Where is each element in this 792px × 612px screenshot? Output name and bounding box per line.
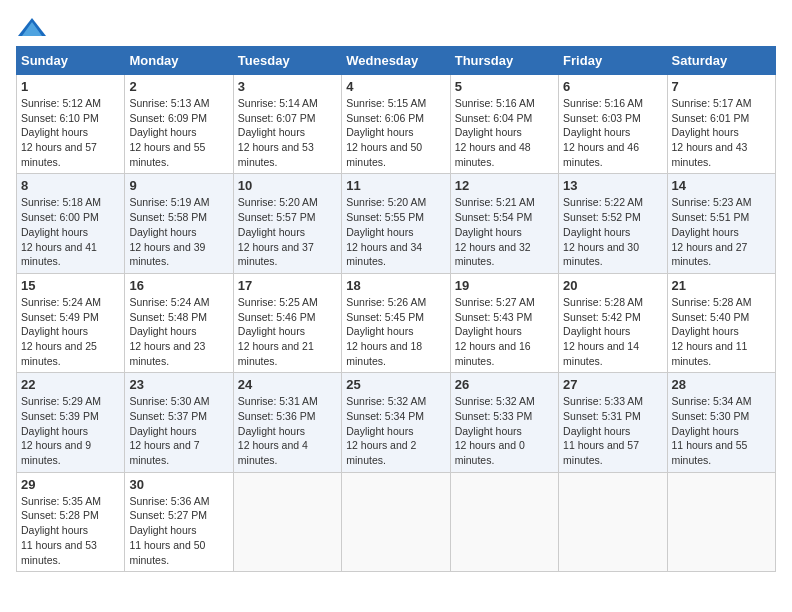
calendar-cell: 26Sunrise: 5:32 AMSunset: 5:33 PMDayligh… [450, 373, 558, 472]
day-number: 7 [672, 79, 771, 94]
calendar-cell: 21Sunrise: 5:28 AMSunset: 5:40 PMDayligh… [667, 273, 775, 372]
day-number: 8 [21, 178, 120, 193]
day-number: 25 [346, 377, 445, 392]
calendar-header-wednesday: Wednesday [342, 47, 450, 75]
calendar-cell: 7Sunrise: 5:17 AMSunset: 6:01 PMDaylight… [667, 75, 775, 174]
day-info: Sunrise: 5:24 AMSunset: 5:49 PMDaylight … [21, 295, 120, 368]
calendar-cell: 5Sunrise: 5:16 AMSunset: 6:04 PMDaylight… [450, 75, 558, 174]
calendar-cell: 29Sunrise: 5:35 AMSunset: 5:28 PMDayligh… [17, 472, 125, 571]
day-number: 2 [129, 79, 228, 94]
day-number: 30 [129, 477, 228, 492]
calendar-cell: 14Sunrise: 5:23 AMSunset: 5:51 PMDayligh… [667, 174, 775, 273]
day-info: Sunrise: 5:20 AMSunset: 5:55 PMDaylight … [346, 195, 445, 268]
calendar-cell: 23Sunrise: 5:30 AMSunset: 5:37 PMDayligh… [125, 373, 233, 472]
day-info: Sunrise: 5:28 AMSunset: 5:42 PMDaylight … [563, 295, 662, 368]
day-number: 22 [21, 377, 120, 392]
calendar-cell: 4Sunrise: 5:15 AMSunset: 6:06 PMDaylight… [342, 75, 450, 174]
calendar-week-row: 1Sunrise: 5:12 AMSunset: 6:10 PMDaylight… [17, 75, 776, 174]
calendar-cell: 25Sunrise: 5:32 AMSunset: 5:34 PMDayligh… [342, 373, 450, 472]
calendar-cell [233, 472, 341, 571]
calendar-cell: 6Sunrise: 5:16 AMSunset: 6:03 PMDaylight… [559, 75, 667, 174]
day-info: Sunrise: 5:22 AMSunset: 5:52 PMDaylight … [563, 195, 662, 268]
day-number: 14 [672, 178, 771, 193]
day-number: 17 [238, 278, 337, 293]
calendar-cell: 10Sunrise: 5:20 AMSunset: 5:57 PMDayligh… [233, 174, 341, 273]
day-number: 26 [455, 377, 554, 392]
day-info: Sunrise: 5:12 AMSunset: 6:10 PMDaylight … [21, 96, 120, 169]
day-info: Sunrise: 5:31 AMSunset: 5:36 PMDaylight … [238, 394, 337, 467]
calendar-cell: 9Sunrise: 5:19 AMSunset: 5:58 PMDaylight… [125, 174, 233, 273]
day-number: 20 [563, 278, 662, 293]
day-info: Sunrise: 5:17 AMSunset: 6:01 PMDaylight … [672, 96, 771, 169]
day-number: 6 [563, 79, 662, 94]
day-info: Sunrise: 5:14 AMSunset: 6:07 PMDaylight … [238, 96, 337, 169]
day-info: Sunrise: 5:15 AMSunset: 6:06 PMDaylight … [346, 96, 445, 169]
calendar-cell [559, 472, 667, 571]
day-number: 11 [346, 178, 445, 193]
day-info: Sunrise: 5:13 AMSunset: 6:09 PMDaylight … [129, 96, 228, 169]
day-info: Sunrise: 5:35 AMSunset: 5:28 PMDaylight … [21, 494, 120, 567]
day-number: 28 [672, 377, 771, 392]
day-number: 29 [21, 477, 120, 492]
day-number: 9 [129, 178, 228, 193]
day-info: Sunrise: 5:21 AMSunset: 5:54 PMDaylight … [455, 195, 554, 268]
calendar-header-monday: Monday [125, 47, 233, 75]
calendar-cell: 28Sunrise: 5:34 AMSunset: 5:30 PMDayligh… [667, 373, 775, 472]
day-info: Sunrise: 5:23 AMSunset: 5:51 PMDaylight … [672, 195, 771, 268]
day-info: Sunrise: 5:33 AMSunset: 5:31 PMDaylight … [563, 394, 662, 467]
calendar-cell: 15Sunrise: 5:24 AMSunset: 5:49 PMDayligh… [17, 273, 125, 372]
day-info: Sunrise: 5:16 AMSunset: 6:03 PMDaylight … [563, 96, 662, 169]
day-info: Sunrise: 5:27 AMSunset: 5:43 PMDaylight … [455, 295, 554, 368]
calendar-cell: 11Sunrise: 5:20 AMSunset: 5:55 PMDayligh… [342, 174, 450, 273]
day-number: 4 [346, 79, 445, 94]
calendar-cell: 13Sunrise: 5:22 AMSunset: 5:52 PMDayligh… [559, 174, 667, 273]
day-info: Sunrise: 5:29 AMSunset: 5:39 PMDaylight … [21, 394, 120, 467]
calendar-cell: 24Sunrise: 5:31 AMSunset: 5:36 PMDayligh… [233, 373, 341, 472]
calendar-header-sunday: Sunday [17, 47, 125, 75]
calendar-cell: 20Sunrise: 5:28 AMSunset: 5:42 PMDayligh… [559, 273, 667, 372]
day-number: 21 [672, 278, 771, 293]
day-number: 19 [455, 278, 554, 293]
day-info: Sunrise: 5:24 AMSunset: 5:48 PMDaylight … [129, 295, 228, 368]
calendar-week-row: 29Sunrise: 5:35 AMSunset: 5:28 PMDayligh… [17, 472, 776, 571]
calendar-cell: 3Sunrise: 5:14 AMSunset: 6:07 PMDaylight… [233, 75, 341, 174]
day-info: Sunrise: 5:19 AMSunset: 5:58 PMDaylight … [129, 195, 228, 268]
logo [16, 16, 46, 38]
calendar-cell [667, 472, 775, 571]
logo-icon [18, 16, 46, 38]
day-info: Sunrise: 5:36 AMSunset: 5:27 PMDaylight … [129, 494, 228, 567]
calendar-cell: 18Sunrise: 5:26 AMSunset: 5:45 PMDayligh… [342, 273, 450, 372]
calendar-cell: 2Sunrise: 5:13 AMSunset: 6:09 PMDaylight… [125, 75, 233, 174]
calendar-cell: 27Sunrise: 5:33 AMSunset: 5:31 PMDayligh… [559, 373, 667, 472]
calendar-cell: 30Sunrise: 5:36 AMSunset: 5:27 PMDayligh… [125, 472, 233, 571]
day-info: Sunrise: 5:25 AMSunset: 5:46 PMDaylight … [238, 295, 337, 368]
calendar-cell: 8Sunrise: 5:18 AMSunset: 6:00 PMDaylight… [17, 174, 125, 273]
day-info: Sunrise: 5:32 AMSunset: 5:33 PMDaylight … [455, 394, 554, 467]
calendar-cell [342, 472, 450, 571]
calendar-cell: 22Sunrise: 5:29 AMSunset: 5:39 PMDayligh… [17, 373, 125, 472]
calendar-header-tuesday: Tuesday [233, 47, 341, 75]
calendar-header-row: SundayMondayTuesdayWednesdayThursdayFrid… [17, 47, 776, 75]
day-number: 27 [563, 377, 662, 392]
day-info: Sunrise: 5:34 AMSunset: 5:30 PMDaylight … [672, 394, 771, 467]
day-number: 24 [238, 377, 337, 392]
calendar-header-saturday: Saturday [667, 47, 775, 75]
day-number: 5 [455, 79, 554, 94]
calendar-week-row: 15Sunrise: 5:24 AMSunset: 5:49 PMDayligh… [17, 273, 776, 372]
day-info: Sunrise: 5:20 AMSunset: 5:57 PMDaylight … [238, 195, 337, 268]
page-header [16, 16, 776, 38]
day-info: Sunrise: 5:28 AMSunset: 5:40 PMDaylight … [672, 295, 771, 368]
calendar-week-row: 8Sunrise: 5:18 AMSunset: 6:00 PMDaylight… [17, 174, 776, 273]
calendar-cell: 16Sunrise: 5:24 AMSunset: 5:48 PMDayligh… [125, 273, 233, 372]
day-number: 23 [129, 377, 228, 392]
day-number: 12 [455, 178, 554, 193]
calendar-week-row: 22Sunrise: 5:29 AMSunset: 5:39 PMDayligh… [17, 373, 776, 472]
calendar-cell: 17Sunrise: 5:25 AMSunset: 5:46 PMDayligh… [233, 273, 341, 372]
calendar-header-friday: Friday [559, 47, 667, 75]
day-number: 16 [129, 278, 228, 293]
calendar-cell [450, 472, 558, 571]
day-info: Sunrise: 5:30 AMSunset: 5:37 PMDaylight … [129, 394, 228, 467]
day-info: Sunrise: 5:18 AMSunset: 6:00 PMDaylight … [21, 195, 120, 268]
calendar-cell: 19Sunrise: 5:27 AMSunset: 5:43 PMDayligh… [450, 273, 558, 372]
day-info: Sunrise: 5:32 AMSunset: 5:34 PMDaylight … [346, 394, 445, 467]
